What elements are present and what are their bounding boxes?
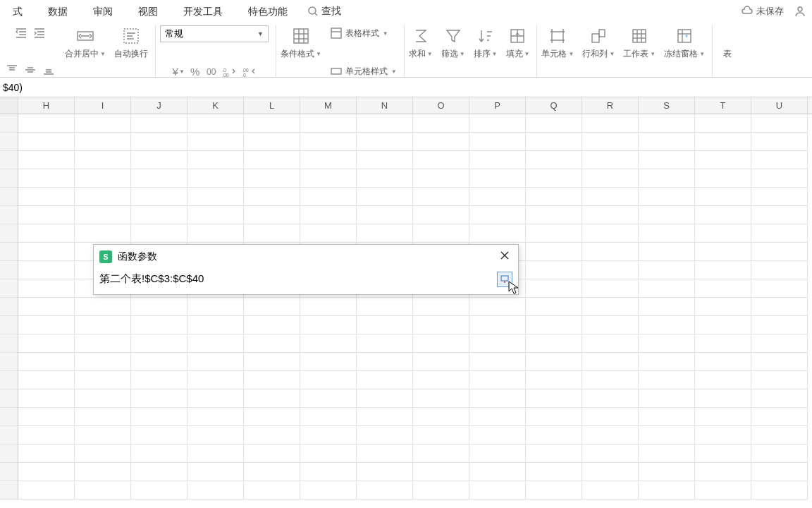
conditional-format-button[interactable]: 条件格式▼ xyxy=(281,25,321,60)
cell[interactable] xyxy=(75,426,131,445)
cell[interactable] xyxy=(526,298,582,316)
range-input[interactable]: 第二个表!$C$3:$C$40 xyxy=(99,271,493,287)
cell[interactable] xyxy=(131,371,187,389)
cell[interactable] xyxy=(526,389,582,408)
cell[interactable] xyxy=(639,261,695,279)
cell[interactable] xyxy=(639,279,695,298)
cell[interactable] xyxy=(131,463,187,481)
decrease-decimal-icon[interactable]: .00.0 xyxy=(242,66,256,78)
cell[interactable] xyxy=(75,463,131,481)
column-header[interactable]: S xyxy=(639,97,695,114)
cell[interactable] xyxy=(18,334,75,353)
indent-increase-icon[interactable] xyxy=(32,25,47,41)
cell[interactable] xyxy=(300,316,357,334)
column-header[interactable]: R xyxy=(582,97,639,114)
cell[interactable] xyxy=(639,445,695,463)
cell[interactable] xyxy=(18,224,75,243)
column-header[interactable] xyxy=(0,97,18,114)
cell[interactable] xyxy=(469,463,526,481)
cell[interactable] xyxy=(751,463,808,481)
cell[interactable] xyxy=(18,426,75,445)
row-header[interactable] xyxy=(0,334,18,353)
currency-button[interactable]: ¥ ▼ xyxy=(173,66,185,78)
cell[interactable] xyxy=(357,353,413,371)
table-style-button[interactable]: 表格样式▼ xyxy=(330,27,388,40)
cell[interactable] xyxy=(187,408,244,426)
row-header[interactable] xyxy=(0,114,18,133)
close-button[interactable] xyxy=(497,249,512,264)
cell[interactable] xyxy=(187,481,244,500)
cell[interactable] xyxy=(413,114,469,133)
cell[interactable] xyxy=(131,114,187,133)
cell[interactable] xyxy=(131,298,187,316)
cell[interactable] xyxy=(413,188,469,206)
row-header[interactable] xyxy=(0,133,18,151)
cell[interactable] xyxy=(695,353,751,371)
cell[interactable] xyxy=(639,408,695,426)
cell[interactable] xyxy=(300,114,357,133)
cell[interactable] xyxy=(639,133,695,151)
cell[interactable] xyxy=(582,371,639,389)
cell[interactable] xyxy=(18,133,75,151)
cell[interactable] xyxy=(526,206,582,224)
cell[interactable] xyxy=(18,481,75,500)
cell[interactable] xyxy=(131,389,187,408)
cell[interactable] xyxy=(357,188,413,206)
cell[interactable] xyxy=(582,206,639,224)
row-header[interactable] xyxy=(0,445,18,463)
cell[interactable] xyxy=(526,151,582,169)
cell[interactable] xyxy=(75,224,131,243)
cell[interactable] xyxy=(75,353,131,371)
cell[interactable] xyxy=(751,316,808,334)
cell[interactable] xyxy=(582,389,639,408)
cell[interactable] xyxy=(357,224,413,243)
row-header[interactable] xyxy=(0,151,18,169)
cell[interactable] xyxy=(639,243,695,261)
cell[interactable] xyxy=(751,481,808,500)
cell[interactable] xyxy=(639,371,695,389)
cell[interactable] xyxy=(639,188,695,206)
cell[interactable] xyxy=(695,151,751,169)
row-header[interactable] xyxy=(0,188,18,206)
cell[interactable] xyxy=(526,353,582,371)
cell[interactable] xyxy=(300,224,357,243)
row-header[interactable] xyxy=(0,353,18,371)
cell[interactable] xyxy=(751,389,808,408)
user-icon[interactable] xyxy=(794,5,806,18)
cell[interactable] xyxy=(131,481,187,500)
cell[interactable] xyxy=(582,133,639,151)
cell[interactable] xyxy=(695,426,751,445)
cell[interactable] xyxy=(639,151,695,169)
cell[interactable] xyxy=(695,371,751,389)
cell[interactable] xyxy=(244,298,300,316)
cell[interactable] xyxy=(187,188,244,206)
cell[interactable] xyxy=(75,371,131,389)
cell[interactable] xyxy=(469,224,526,243)
row-header[interactable] xyxy=(0,261,18,279)
cell[interactable] xyxy=(413,206,469,224)
cell[interactable] xyxy=(300,353,357,371)
cell[interactable] xyxy=(357,426,413,445)
cell[interactable] xyxy=(244,188,300,206)
cell[interactable] xyxy=(187,445,244,463)
cell[interactable] xyxy=(75,389,131,408)
row-header[interactable] xyxy=(0,316,18,334)
cell[interactable] xyxy=(18,408,75,426)
row-header[interactable] xyxy=(0,169,18,188)
cell[interactable] xyxy=(526,408,582,426)
cell[interactable] xyxy=(751,206,808,224)
cell[interactable] xyxy=(469,114,526,133)
column-header[interactable]: M xyxy=(300,97,357,114)
cell[interactable] xyxy=(187,114,244,133)
cell[interactable] xyxy=(244,445,300,463)
cell[interactable] xyxy=(187,353,244,371)
cell[interactable] xyxy=(244,481,300,500)
cell[interactable] xyxy=(357,206,413,224)
cell[interactable] xyxy=(244,353,300,371)
cell[interactable] xyxy=(526,279,582,298)
cell[interactable] xyxy=(18,169,75,188)
sum-button[interactable]: 求和▼ xyxy=(409,25,433,60)
cell[interactable] xyxy=(582,151,639,169)
cell[interactable] xyxy=(244,426,300,445)
cell[interactable] xyxy=(582,463,639,481)
